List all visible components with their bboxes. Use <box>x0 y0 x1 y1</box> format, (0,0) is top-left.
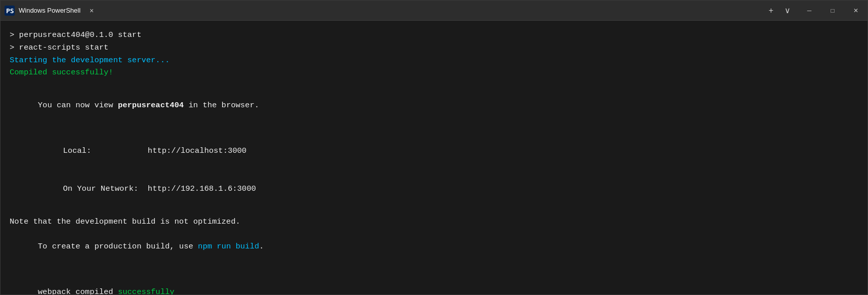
minimize-button[interactable]: ─ <box>798 1 821 20</box>
spacer-4 <box>10 266 858 274</box>
note2-end: . <box>259 242 264 251</box>
terminal-line-6: You can now view perpusreact404 in the b… <box>10 87 858 124</box>
terminal-body: > perpusreact404@0.1.0 start > react-scr… <box>1 21 867 294</box>
titlebar-actions: + ∨ <box>764 4 798 17</box>
view-text-pre: You can now view <box>38 101 118 110</box>
terminal-note2: To create a production build, use npm ru… <box>10 228 858 266</box>
terminal-local-line: Local: http://localhost:3000 <box>10 133 858 170</box>
terminal-line-3: Starting the development server... <box>10 54 858 67</box>
window-controls: ─ □ ✕ <box>798 1 867 20</box>
spacer-3 <box>10 207 858 216</box>
powershell-icon: PS <box>5 6 15 16</box>
webpack-successfully: successfully <box>118 287 175 294</box>
spacer-1 <box>10 79 858 87</box>
new-tab-button[interactable]: + <box>764 4 778 17</box>
network-label: On Your Network: <box>54 184 148 193</box>
note2-pre: To create a production build, use <box>38 242 198 251</box>
webpack-text-pre: webpack compiled <box>38 287 118 294</box>
svg-text:PS: PS <box>6 7 14 15</box>
app-name: perpusreact404 <box>118 101 184 110</box>
view-text-end: in the browser. <box>184 101 259 110</box>
network-url: http://192.168.1.6:3000 <box>148 184 256 193</box>
local-url: http://localhost:3000 <box>148 146 246 155</box>
terminal-line-1: > perpusreact404@0.1.0 start <box>10 29 858 41</box>
terminal-note1: Note that the development build is not o… <box>10 216 858 228</box>
terminal-line-4: Compiled successfully! <box>10 66 858 79</box>
maximize-button[interactable]: □ <box>821 1 844 20</box>
spacer-2 <box>10 124 858 133</box>
titlebar-title: Windows PowerShell <box>19 7 80 14</box>
terminal-network-line: On Your Network: http://192.168.1.6:3000 <box>10 170 858 207</box>
close-button[interactable]: ✕ <box>844 1 867 20</box>
local-label: Local: <box>54 146 148 155</box>
terminal-webpack-line: webpack compiled successfully <box>10 274 858 294</box>
tab-dropdown-button[interactable]: ∨ <box>779 4 796 17</box>
terminal-line-2: > react-scripts start <box>10 41 858 54</box>
titlebar: PS Windows PowerShell × + ∨ ─ □ ✕ <box>1 1 867 21</box>
titlebar-left: PS Windows PowerShell × <box>1 6 764 16</box>
tab-close-button[interactable]: × <box>87 6 97 16</box>
npm-run-build-cmd: npm run build <box>198 242 259 251</box>
powershell-window: PS Windows PowerShell × + ∨ ─ □ ✕ > perp… <box>0 0 868 295</box>
